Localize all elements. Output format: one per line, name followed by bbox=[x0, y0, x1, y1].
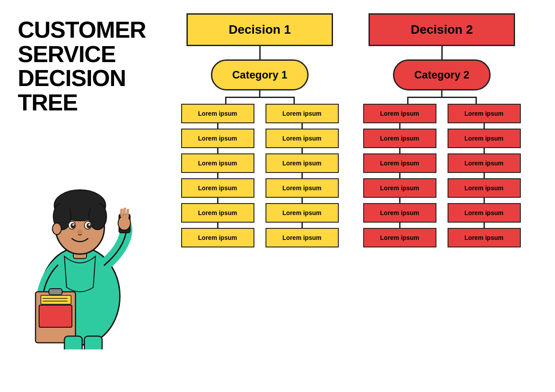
list-item: Lorem ipsum bbox=[266, 153, 339, 173]
list-item: Lorem ipsum bbox=[181, 104, 254, 123]
svg-point-12 bbox=[88, 224, 90, 226]
svg-point-14 bbox=[52, 223, 61, 235]
item-connector bbox=[399, 173, 400, 178]
connector-v2 bbox=[441, 46, 443, 59]
svg-rect-24 bbox=[64, 336, 82, 349]
page-title: CUSTOMER SERVICE DECISION TREE bbox=[18, 18, 146, 114]
list-item: Lorem ipsum bbox=[363, 153, 436, 173]
tree-section-decision1: Decision 1 Category 1 Lorem ipsumLorem i… bbox=[175, 13, 344, 383]
item-connector bbox=[399, 148, 400, 153]
category1-label: Category 1 bbox=[232, 69, 287, 81]
item-connector bbox=[217, 123, 218, 129]
list-item: Lorem ipsum bbox=[363, 203, 436, 223]
decision2-label: Decision 2 bbox=[411, 23, 473, 36]
list-item: Lorem ipsum bbox=[363, 228, 436, 247]
svg-rect-20 bbox=[39, 305, 72, 327]
item-connector bbox=[217, 148, 218, 153]
left-panel: CUSTOMER SERVICE DECISION TREE bbox=[0, 0, 151, 392]
list-item: Lorem ipsum bbox=[266, 129, 339, 148]
list-item: Lorem ipsum bbox=[181, 228, 254, 247]
category1-box: Category 1 bbox=[211, 59, 309, 90]
tree-left-columns: Lorem ipsumLorem ipsumLorem ipsumLorem i… bbox=[175, 104, 344, 247]
list-item: Lorem ipsum bbox=[181, 153, 254, 173]
svg-rect-25 bbox=[84, 336, 102, 349]
svg-point-11 bbox=[72, 224, 74, 226]
list-item: Lorem ipsum bbox=[363, 178, 436, 198]
item-connector bbox=[484, 173, 485, 178]
item-connector bbox=[399, 123, 400, 129]
list-item: Lorem ipsum bbox=[266, 178, 339, 198]
item-connector bbox=[484, 148, 485, 153]
svg-rect-21 bbox=[41, 295, 71, 304]
svg-point-9 bbox=[71, 223, 75, 228]
decision1-label: Decision 1 bbox=[229, 23, 291, 36]
item-connector bbox=[484, 223, 485, 228]
item-connector bbox=[217, 198, 218, 203]
list-item: Lorem ipsum bbox=[181, 129, 254, 148]
item-connector bbox=[399, 198, 400, 203]
svg-point-13 bbox=[77, 230, 83, 234]
decision1-box: Decision 1 bbox=[186, 13, 333, 46]
svg-point-17 bbox=[118, 216, 131, 230]
item-connector bbox=[301, 123, 303, 129]
item-connector bbox=[399, 223, 400, 228]
item-connector bbox=[484, 123, 485, 129]
item-connector bbox=[217, 173, 218, 178]
tree-right-col1: Lorem ipsumLorem ipsumLorem ipsumLorem i… bbox=[362, 104, 437, 247]
item-connector bbox=[301, 223, 303, 228]
svg-point-10 bbox=[87, 223, 91, 228]
item-connector bbox=[301, 198, 303, 203]
svg-rect-19 bbox=[49, 289, 62, 295]
list-item: Lorem ipsum bbox=[363, 104, 436, 123]
list-item: Lorem ipsum bbox=[448, 178, 521, 198]
list-item: Lorem ipsum bbox=[448, 203, 521, 223]
list-item: Lorem ipsum bbox=[266, 228, 339, 247]
category2-box: Category 2 bbox=[393, 59, 491, 90]
tree-left-col2: Lorem ipsumLorem ipsumLorem ipsumLorem i… bbox=[264, 104, 340, 247]
list-item: Lorem ipsum bbox=[448, 228, 521, 247]
category2-label: Category 2 bbox=[414, 69, 469, 81]
list-item: Lorem ipsum bbox=[363, 129, 436, 148]
tree-right-columns: Lorem ipsumLorem ipsumLorem ipsumLorem i… bbox=[357, 104, 526, 247]
list-item: Lorem ipsum bbox=[266, 203, 339, 223]
item-connector bbox=[301, 173, 303, 178]
tree-left-col1: Lorem ipsumLorem ipsumLorem ipsumLorem i… bbox=[180, 104, 255, 247]
list-item: Lorem ipsum bbox=[181, 203, 254, 223]
list-item: Lorem ipsum bbox=[181, 178, 254, 198]
list-item: Lorem ipsum bbox=[266, 104, 339, 123]
character-illustration bbox=[18, 128, 142, 349]
item-connector bbox=[301, 148, 303, 153]
svg-point-6 bbox=[60, 192, 100, 210]
decision2-box: Decision 2 bbox=[369, 13, 515, 46]
list-item: Lorem ipsum bbox=[448, 153, 521, 173]
tree-section-decision2: Decision 2 Category 2 Lorem ipsumLorem i… bbox=[357, 13, 526, 383]
item-connector bbox=[217, 223, 218, 228]
connector-v1 bbox=[259, 46, 261, 59]
right-panel: Decision 1 Category 1 Lorem ipsumLorem i… bbox=[151, 0, 555, 392]
h-connector-2 bbox=[373, 90, 511, 104]
tree-right-col2: Lorem ipsumLorem ipsumLorem ipsumLorem i… bbox=[446, 104, 522, 247]
list-item: Lorem ipsum bbox=[448, 129, 521, 148]
item-connector bbox=[484, 198, 485, 203]
list-item: Lorem ipsum bbox=[448, 104, 521, 123]
h-connector-1 bbox=[191, 90, 329, 104]
